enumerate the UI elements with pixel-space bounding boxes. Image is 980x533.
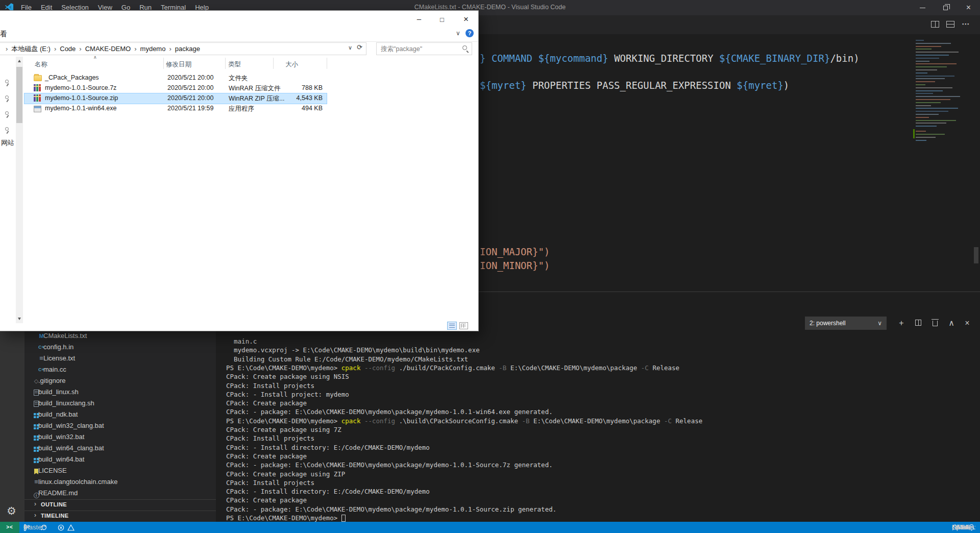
sidebar-item[interactable]: build_linuxclang.sh — [24, 398, 216, 409]
file-row[interactable]: _CPack_Packages2020/5/21 20:00文件夹 — [24, 73, 327, 83]
minimize-button[interactable] — [911, 0, 934, 15]
sort-asc-icon: ∧ — [93, 55, 97, 60]
pin-icon[interactable] — [5, 111, 9, 115]
pin-icon[interactable] — [5, 80, 9, 83]
trash-icon — [933, 321, 938, 326]
code-token: } — [480, 53, 492, 64]
terminal-output[interactable]: main.c mydemo.vcxproj -> E:\Code\CMAKE-D… — [226, 337, 971, 521]
refresh-icon[interactable]: ⟳ — [357, 43, 362, 51]
ribbon-tab-view[interactable]: 查看 — [0, 30, 7, 39]
address-bar[interactable]: ›本地磁盘 (E:)›Code›CMAKE-DEMO›mydemo›packag… — [0, 42, 366, 55]
terminal-cursor — [341, 515, 346, 522]
file-type: 应用程序 — [229, 105, 254, 113]
terminal-text: CPack: Create package — [226, 452, 307, 460]
sidebar-item[interactable]: ◇.gitignore — [24, 375, 216, 386]
sidebar-item[interactable]: build_win64_clang.bat — [24, 443, 216, 454]
terminal-text: CPack: - Install directory: E:/Code/CMAK… — [226, 488, 430, 495]
terminal-line: CPack: Install projects — [226, 382, 314, 390]
sidebar-item[interactable]: build_win32_clang.bat — [24, 420, 216, 431]
scroll-down-icon[interactable] — [16, 314, 23, 323]
restore-button[interactable] — [934, 0, 957, 15]
minimap-line — [916, 66, 947, 67]
maximize-panel-button[interactable]: ∧ — [946, 318, 957, 329]
terminal-text: CPack: Create package — [226, 496, 307, 504]
search-icon — [462, 45, 467, 50]
sidebar-item[interactable]: build_win64.bat — [24, 454, 216, 465]
warnings-count: 0 — [23, 522, 75, 533]
kill-terminal-button[interactable] — [929, 318, 941, 329]
explorer-maximize-button[interactable]: □ — [434, 13, 450, 27]
section-timeline[interactable]: ›TIMELINE — [24, 511, 216, 522]
terminal-text: Release — [652, 364, 679, 372]
sidebar-item[interactable]: iREADME.md — [24, 488, 216, 499]
gear-icon[interactable]: ⚙ — [7, 505, 16, 517]
explorer-minimize-button[interactable]: – — [411, 13, 427, 27]
close-icon: × — [966, 4, 971, 12]
breadcrumb-item[interactable]: package — [175, 45, 200, 53]
column-header[interactable]: 名称 — [35, 60, 47, 69]
file-row[interactable]: mydemo-1.0.1-Source.7z2020/5/21 20:00Win… — [24, 83, 327, 93]
breadcrumb-item[interactable]: CMAKE-DEMO — [85, 45, 131, 53]
remote-indicator[interactable]: >< — [0, 522, 19, 533]
split-terminal-button[interactable] — [913, 318, 924, 329]
ribbon-chevron-icon[interactable]: ∨ — [456, 30, 460, 37]
search-box[interactable]: 搜索"package" — [376, 42, 472, 55]
column-header[interactable]: 大小 — [285, 60, 298, 69]
file-row[interactable]: mydemo-1.0.1-Source.zip2020/5/21 20:00Wi… — [24, 93, 327, 104]
folder-icon — [34, 75, 42, 81]
license-glyph — [34, 469, 38, 474]
sidebar-item[interactable]: build_ndk.bat — [24, 409, 216, 420]
minimap-line — [916, 76, 954, 77]
code-token: /bin) — [830, 53, 859, 64]
sidebar-item[interactable]: ≡License.txt — [24, 353, 216, 364]
new-terminal-button[interactable]: + — [896, 318, 907, 329]
sidebar-item[interactable]: MCMakeLists.txt — [24, 330, 216, 342]
nav-pinned-item[interactable]: 网站 — [1, 138, 14, 148]
breadcrumb-item[interactable]: 本地磁盘 (E:) — [11, 44, 51, 54]
code-line: ION_MINOR}") — [480, 260, 550, 272]
column-header[interactable]: 类型 — [228, 60, 241, 69]
close-panel-button[interactable]: × — [962, 318, 973, 329]
sidebar-item[interactable]: ≡linux.clangtoolchain.cmake — [24, 476, 216, 488]
minimap-line — [916, 49, 932, 50]
address-dropdown-icon[interactable]: ∨ — [348, 44, 352, 51]
more-actions-icon[interactable]: ⋯ — [962, 19, 970, 26]
sidebar-item[interactable]: C+main.cc — [24, 364, 216, 375]
section-outline[interactable]: ›OUTLINE — [24, 499, 216, 511]
nav-scrollbar[interactable] — [16, 57, 23, 323]
split-editor-icon[interactable] — [931, 21, 939, 28]
file-row[interactable]: mydemo-1.0.1-win64.exe2020/5/21 19:59应用程… — [24, 104, 327, 114]
toggle-layout-icon[interactable] — [946, 21, 954, 28]
sidebar-item[interactable]: build_win32.bat — [24, 431, 216, 443]
minimap-line — [916, 63, 957, 64]
column-header[interactable]: 修改日期 — [166, 60, 191, 69]
help-button[interactable]: ? — [465, 29, 474, 37]
terminal-line: Building Custom Rule E:/Code/CMAKE-DEMO/… — [226, 355, 468, 363]
thumbnail-view-button[interactable] — [459, 322, 468, 329]
breadcrumb-item[interactable]: mydemo — [140, 45, 166, 53]
chevron-right-icon: › — [2, 45, 11, 53]
scrollbar-thumb[interactable] — [16, 67, 22, 123]
sidebar-item[interactable]: C+config.h.in — [24, 342, 216, 353]
terminal-select[interactable]: 2: powershell ∨ — [805, 317, 887, 330]
scroll-up-icon[interactable] — [16, 57, 23, 65]
close-button[interactable]: × — [957, 0, 980, 15]
sidebar-item-label: build_win32.bat — [38, 431, 84, 443]
status-item[interactable]: CMake — [952, 522, 975, 533]
sidebar-item[interactable]: LICENSE — [24, 465, 216, 476]
minimap-line — [916, 102, 941, 103]
terminal-line: PS E:\Code\CMAKE-DEMO\mydemo> — [226, 514, 346, 522]
details-view-button[interactable] — [448, 322, 456, 329]
minimap-line — [916, 55, 949, 56]
terminal-text: -C — [664, 417, 676, 425]
pin-icon[interactable] — [5, 127, 9, 131]
terminal-text: PS E:\Code\CMAKE-DEMO\mydemo> — [226, 364, 341, 372]
editor-scrollbar[interactable] — [974, 247, 978, 263]
status-bar-left: master* 0 0 — [23, 522, 75, 533]
breadcrumb-item[interactable]: Code — [60, 45, 76, 53]
explorer-close-button[interactable]: × — [458, 13, 474, 27]
sidebar-item[interactable]: build_linux.sh — [24, 386, 216, 398]
minimap-line — [916, 72, 927, 74]
minimap[interactable] — [915, 40, 964, 144]
pin-icon[interactable] — [5, 95, 9, 99]
